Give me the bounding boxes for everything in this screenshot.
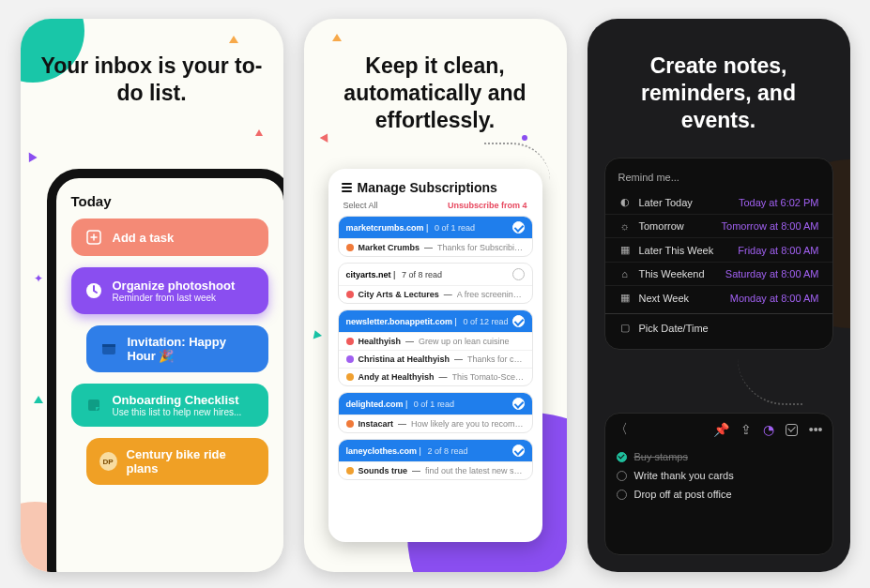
note-icon (84, 396, 103, 415)
organize-photoshoot-card[interactable]: Organize photoshoot Reminder from last w… (71, 267, 268, 314)
subscription-row[interactable]: Instacart — How likely are you to recomm… (339, 415, 532, 432)
bike-ride-card[interactable]: DP Century bike ride plans (86, 438, 268, 485)
decor-spark: ✦ (34, 272, 43, 285)
more-icon[interactable]: ••• (809, 422, 823, 437)
task-checkbox[interactable] (617, 471, 627, 481)
message-preview: Thanks for com... (467, 354, 524, 364)
notes-panel: 〈 📌 ⇪ ◔ ••• Buy stampsWrite thank you ca… (604, 413, 833, 555)
decor-triangle (255, 129, 263, 136)
subscription-group[interactable]: marketcrumbs.com | 0 of 1 readMarket Cru… (338, 216, 533, 257)
remind-value: Monday at 8:00 AM (730, 293, 819, 304)
calendar-icon (99, 339, 118, 358)
unsubscribe-button[interactable]: Unsubscribe from 4 (448, 201, 527, 210)
checkbox-icon[interactable] (786, 424, 798, 436)
svg-rect-3 (102, 344, 115, 347)
sender-name: Market Crumbs (359, 243, 420, 252)
select-all-button[interactable]: Select All (343, 201, 378, 210)
screenshot-panel-3: Create notes, reminders, and events. Rem… (588, 19, 850, 572)
task-label: Drop off at post office (634, 489, 732, 500)
task-label: Write thank you cards (634, 470, 734, 481)
sender-dot (346, 291, 354, 298)
task-checkbox[interactable] (617, 452, 627, 462)
clock-icon[interactable]: ◔ (763, 422, 774, 437)
subscription-row[interactable]: Sounds true — find out the latest new st… (339, 461, 532, 479)
message-preview: A free screening at... (457, 290, 525, 299)
remind-icon: ▦ (618, 244, 632, 256)
group-checkbox[interactable] (512, 268, 525, 280)
manage-subscriptions-panel: Manage Subscriptions Select All Unsubscr… (328, 169, 542, 542)
group-header[interactable]: newsletter.bonappetit.com | 0 of 12 read (339, 310, 532, 332)
remind-icon: ◐ (618, 196, 632, 208)
decor-triangle (34, 396, 43, 403)
pick-date-time-row[interactable]: ▢Pick Date/Time (605, 313, 832, 339)
card-title: Invitation: Happy Hour 🎉 (128, 335, 255, 363)
group-header[interactable]: cityarts.net | 7 of 8 read (339, 264, 532, 285)
sender-dot (346, 338, 354, 345)
remind-option[interactable]: ▦Next WeekMonday at 8:00 AM (605, 285, 832, 309)
group-checkbox[interactable] (512, 221, 525, 234)
subscription-group[interactable]: cityarts.net | 7 of 8 readCity Arts & Le… (338, 263, 533, 304)
remind-value: Today at 6:02 PM (739, 197, 819, 208)
group-header[interactable]: delighted.com | 0 of 1 read (339, 393, 532, 415)
invitation-card[interactable]: Invitation: Happy Hour 🎉 (86, 325, 268, 372)
device-frame: Today Add a task Organize photoshoot Rem… (47, 169, 283, 572)
subscription-row[interactable]: Market Crumbs — Thanks for Subscribing! (339, 238, 532, 256)
remind-label: This Weekend (639, 268, 705, 279)
sender-dot (346, 420, 354, 428)
remind-icon: ▦ (618, 292, 632, 304)
message-preview: How likely are you to recomm... (411, 419, 524, 429)
card-title: Organize photoshoot (113, 279, 236, 293)
message-preview: This Tomato-Scented... (452, 372, 525, 382)
pick-date-time-label: Pick Date/Time (639, 323, 709, 334)
task-label: Buy stamps (634, 451, 688, 462)
task-item[interactable]: Write thank you cards (615, 466, 823, 485)
remind-option[interactable]: ◐Later TodayToday at 6:02 PM (605, 190, 832, 214)
task-item[interactable]: Drop off at post office (615, 485, 823, 504)
subscription-group[interactable]: delighted.com | 0 of 1 readInstacart — H… (338, 392, 533, 433)
headline: Your inbox is your to-do list. (21, 19, 283, 124)
share-icon[interactable]: ⇪ (740, 422, 752, 437)
remind-label: Tomorrow (639, 220, 684, 232)
group-domain: newsletter.bonappetit.com | 0 of 12 read (346, 317, 509, 326)
subscription-row[interactable]: Healthyish — Grew up on lean cuisine (339, 332, 532, 350)
clock-icon (84, 281, 103, 300)
panel-header: Manage Subscriptions (338, 178, 533, 201)
group-checkbox[interactable] (512, 398, 525, 410)
subscription-group[interactable]: laneyclothes.com | 2 of 8 readSounds tru… (338, 439, 533, 480)
remind-value: Tomorrow at 8:00 AM (722, 220, 819, 232)
sender-dot (346, 244, 354, 251)
remind-label: Next Week (639, 293, 690, 304)
remind-icon: ⌂ (618, 268, 632, 279)
card-subtitle: Use this list to help new hires... (113, 407, 242, 417)
remind-label: Later Today (639, 197, 693, 208)
card-subtitle: Reminder from last week (113, 293, 236, 303)
add-task-card[interactable]: Add a task (71, 219, 268, 256)
card-title: Century bike ride plans (127, 447, 255, 475)
pin-icon[interactable]: 📌 (713, 422, 729, 437)
group-checkbox[interactable] (512, 315, 525, 327)
subscription-group[interactable]: newsletter.bonappetit.com | 0 of 12 read… (338, 309, 533, 386)
remind-option[interactable]: ⌂This WeekendSaturday at 8:00 AM (605, 262, 832, 285)
group-header[interactable]: laneyclothes.com | 2 of 8 read (339, 440, 532, 461)
group-header[interactable]: marketcrumbs.com | 0 of 1 read (339, 217, 532, 238)
message-preview: Grew up on lean cuisine (419, 337, 524, 346)
subscription-row[interactable]: City Arts & Lectures — A free screening … (339, 285, 532, 303)
calendar-icon: ▢ (618, 322, 632, 334)
group-domain: marketcrumbs.com | 0 of 1 read (346, 223, 475, 233)
subscription-row[interactable]: Andy at Healthyish — This Tomato-Scented… (339, 368, 532, 385)
sender-name: Sounds true (359, 466, 408, 475)
message-preview: Thanks for Subscribing! (437, 243, 524, 252)
panel-title: Manage Subscriptions (358, 180, 497, 195)
remind-me-panel: Remind me... ◐Later TodayToday at 6:02 P… (604, 158, 833, 350)
back-button[interactable]: 〈 (615, 421, 628, 438)
remind-option[interactable]: ▦Later This WeekFriday at 8:00 AM (605, 237, 832, 262)
remind-option[interactable]: ☼TomorrowTomorrow at 8:00 AM (605, 214, 832, 237)
menu-icon[interactable] (342, 183, 352, 192)
group-checkbox[interactable] (512, 445, 525, 457)
group-domain: cityarts.net | 7 of 8 read (346, 270, 442, 279)
task-item[interactable]: Buy stamps (615, 447, 823, 466)
onboarding-card[interactable]: Onboarding Checklist Use this list to he… (71, 384, 268, 427)
subscription-row[interactable]: Christina at Healthyish — Thanks for com… (339, 350, 532, 368)
task-checkbox[interactable] (617, 490, 627, 500)
headline: Keep it clean, automatically and effortl… (304, 19, 567, 150)
